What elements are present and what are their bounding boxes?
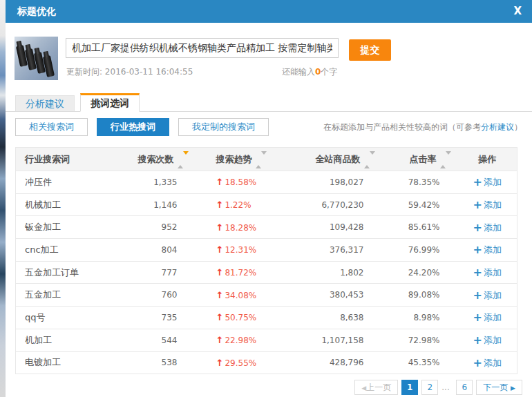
sort-icon-ctr[interactable]: [440, 155, 451, 165]
action-cell: +添加: [458, 351, 517, 374]
products-cell: 428,796: [285, 351, 382, 374]
page-2-button[interactable]: 2: [421, 380, 438, 395]
trend-up-icon: ↑: [216, 335, 224, 345]
products-cell: 376,317: [285, 239, 382, 262]
trend-value: 34.08%: [225, 291, 256, 300]
table-row: 五金加工760↑34.08%380,45389.08%+添加: [16, 284, 517, 307]
keyword-cell: 电镀加工: [16, 351, 126, 374]
column-header-product-count: 全站商品数: [285, 148, 382, 171]
keyword-cell: qq号: [16, 307, 126, 329]
plus-icon: +: [473, 289, 482, 302]
page-1-button[interactable]: 1: [401, 380, 418, 395]
tab-bar: 分析建议 挑词选词: [6, 93, 532, 112]
add-button[interactable]: +添加: [473, 200, 502, 210]
trend-value: 18.28%: [225, 223, 256, 233]
plus-icon: +: [473, 311, 482, 324]
table-row: 机加工544↑22.98%1,107,15872.98%+添加: [16, 329, 517, 351]
trend-cell: ↑81.72%: [196, 261, 285, 284]
keyword-cell: 钣金加工: [16, 216, 126, 239]
prev-page-button[interactable]: ◀上一页: [354, 380, 398, 395]
trend-value: 29.55%: [225, 358, 256, 368]
trend-value: 81.72%: [225, 268, 256, 278]
trend-value: 12.31%: [225, 245, 256, 255]
filter-related-search-words[interactable]: 相关搜索词: [15, 118, 88, 136]
sort-icon-product-count[interactable]: [364, 155, 375, 165]
trend-cell: ↑29.55%: [196, 351, 285, 374]
char-remaining-suffix: 个字: [321, 67, 337, 77]
table-row: 钣金加工952↑18.28%109,42885.61%+添加: [16, 216, 517, 239]
add-button[interactable]: +添加: [473, 244, 502, 255]
next-page-button[interactable]: 下一页 ▶: [476, 380, 522, 395]
title-input[interactable]: [66, 38, 339, 58]
add-button[interactable]: +添加: [473, 290, 502, 300]
add-label: 添加: [484, 200, 502, 210]
tab-analysis-suggestions[interactable]: 分析建议: [15, 95, 75, 111]
analysis-suggestions-link[interactable]: 分析建议: [481, 122, 514, 132]
action-cell: +添加: [458, 193, 517, 216]
header-row: 行业搜索词 搜索次数 搜索趋势 全站商品数 点击率 操作: [16, 148, 517, 171]
ctr-cell: 8.98%: [382, 307, 458, 329]
keyword-table-body: 冲压件1,335↑18.58%198,02778.35%+添加机械加工1,146…: [16, 171, 517, 374]
hint-prefix: 在标题添加与产品相关性较高的词（可参考: [323, 122, 481, 132]
trend-up-icon: ↑: [216, 358, 224, 368]
product-shaft-shape: [43, 55, 55, 77]
filter-my-custom-words[interactable]: 我定制的搜索词: [178, 118, 269, 136]
action-cell: +添加: [458, 261, 517, 284]
products-cell: 8,638: [285, 307, 382, 329]
sort-icon-search-count[interactable]: [178, 155, 189, 165]
ctr-cell: 85.61%: [382, 216, 458, 239]
action-cell: +添加: [458, 329, 517, 351]
products-cell: 380,453: [285, 284, 382, 307]
hint-text: 在标题添加与产品相关性较高的词（可参考分析建议）: [323, 118, 522, 136]
char-remaining: 还能输入0个字: [282, 66, 337, 78]
add-button[interactable]: +添加: [473, 177, 502, 187]
trend-value: 22.98%: [225, 336, 256, 345]
filter-industry-hot-words[interactable]: 行业热搜词: [97, 118, 169, 136]
keyword-cell: 冲压件: [16, 171, 126, 194]
ctr-cell: 89.08%: [382, 284, 458, 307]
trend-cell: ↑34.08%: [196, 284, 285, 307]
table-row: 电镀加工538↑29.55%428,79645.35%+添加: [16, 351, 517, 374]
tab-pick-words[interactable]: 挑词选词: [80, 93, 140, 112]
trend-up-icon: ↑: [216, 290, 224, 300]
action-cell: +添加: [458, 216, 517, 239]
title-optimization-modal: 标题优化 X 提交 更新时间: 2016-03-11 16:04:55 还能输入…: [6, 0, 532, 397]
sort-icon-search-trend[interactable]: [256, 155, 267, 165]
plus-icon: +: [473, 243, 482, 256]
action-cell: +添加: [458, 239, 517, 262]
column-header-search-trend: 搜索趋势: [196, 148, 285, 171]
search-count-cell: 804: [126, 239, 196, 262]
add-label: 添加: [484, 244, 502, 255]
add-button[interactable]: +添加: [473, 267, 502, 278]
page-6-button[interactable]: 6: [456, 380, 473, 395]
hint-suffix: ）: [514, 122, 522, 132]
trend-value: 18.58%: [225, 177, 256, 187]
plus-icon: +: [473, 266, 482, 279]
trend-up-icon: ↑: [216, 312, 224, 322]
add-button[interactable]: +添加: [473, 335, 502, 345]
add-button[interactable]: +添加: [473, 222, 502, 233]
modal-title: 标题优化: [17, 6, 56, 18]
close-icon[interactable]: X: [513, 5, 522, 17]
search-count-cell: 760: [126, 284, 196, 307]
char-remaining-prefix: 还能输入: [282, 67, 315, 77]
trend-cell: ↑18.28%: [196, 216, 285, 239]
keyword-cell: 机加工: [16, 329, 126, 351]
trend-up-icon: ↑: [216, 222, 224, 233]
action-cell: +添加: [458, 284, 517, 307]
plus-icon: +: [473, 221, 482, 234]
add-button[interactable]: +添加: [473, 358, 502, 368]
ctr-cell: 76.99%: [382, 239, 458, 262]
products-cell: 6,770,230: [285, 193, 382, 216]
column-header-action: 操作: [458, 148, 517, 171]
plus-icon: +: [473, 333, 482, 347]
trend-up-icon: ↑: [216, 177, 224, 187]
submit-button[interactable]: 提交: [349, 39, 391, 61]
add-button[interactable]: +添加: [473, 312, 502, 322]
products-cell: 109,428: [285, 216, 382, 239]
table-row: 五金加工订单777↑81.72%1,80224.20%+添加: [16, 261, 517, 284]
table-row: qq号735↑50.75%8,6388.98%+添加: [16, 307, 517, 329]
keyword-cell: 五金加工: [16, 284, 126, 307]
ctr-cell: 78.35%: [382, 171, 458, 194]
pagination: ◀上一页 1 2 ... 6 下一页 ▶: [354, 380, 522, 395]
